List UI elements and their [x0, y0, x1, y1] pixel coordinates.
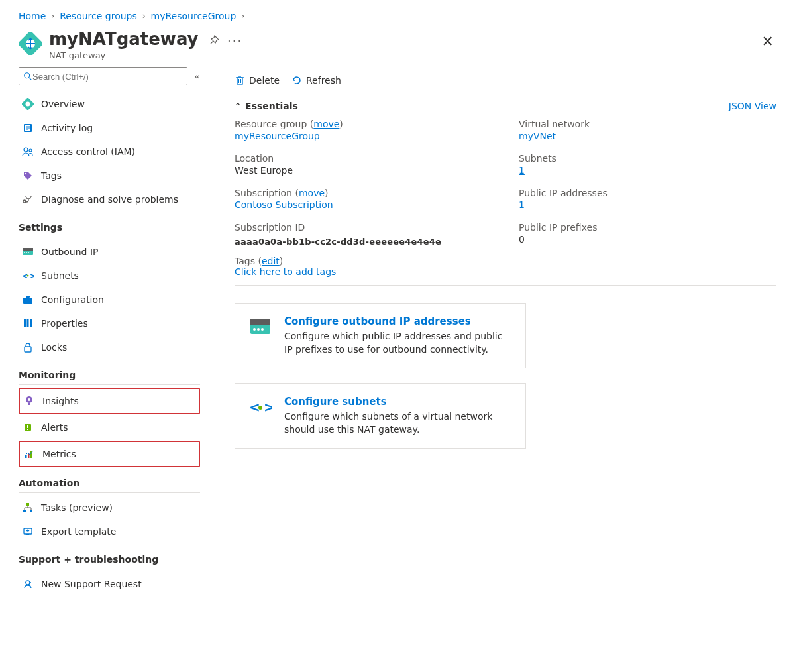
- delete-button[interactable]: Delete: [235, 75, 280, 85]
- field-value: aaaa0a0a-bb1b-cc2c-dd3d-eeeeee4e4e4e: [235, 237, 492, 247]
- sidebar-item-label: Access control (IAM): [41, 146, 135, 157]
- alerts-icon: [21, 421, 34, 434]
- svg-rect-28: [25, 347, 31, 352]
- page-title: myNATgateway: [49, 29, 199, 49]
- svg-point-13: [25, 173, 26, 174]
- subnets-icon: <>: [21, 269, 34, 282]
- field-value[interactable]: 1: [519, 165, 776, 176]
- field-value[interactable]: Contoso Subscription: [235, 199, 492, 210]
- sidebar-item-alerts[interactable]: Alerts: [19, 416, 200, 439]
- essentials-header[interactable]: ⌃ Essentials JSON View: [235, 93, 776, 119]
- field-value[interactable]: 1: [519, 199, 776, 210]
- tags-add-link[interactable]: Click here to add tags: [235, 266, 336, 277]
- json-view-link[interactable]: JSON View: [729, 101, 776, 111]
- breadcrumb-home[interactable]: Home: [19, 11, 46, 21]
- sidebar-item-activity-log[interactable]: Activity log: [19, 116, 200, 140]
- field-location: Location West Europe: [235, 153, 492, 176]
- svg-rect-16: [23, 248, 33, 251]
- sidebar-item-label: Overview: [41, 99, 85, 109]
- sidebar-item-tags[interactable]: Tags: [19, 164, 200, 188]
- field-label: Subscription ID: [235, 222, 492, 233]
- field-subscription-id: Subscription ID aaaa0a0a-bb1b-cc2c-dd3d-…: [235, 222, 492, 247]
- breadcrumb-rg-name[interactable]: myResourceGroup: [151, 11, 237, 21]
- field-value[interactable]: myVNet: [519, 131, 776, 141]
- refresh-button[interactable]: Refresh: [292, 75, 341, 85]
- card-title[interactable]: Configure subnets: [284, 396, 512, 408]
- svg-point-55: [258, 406, 262, 410]
- card-description: Configure which subnets of a virtual net…: [284, 410, 512, 436]
- field-label: Virtual network: [519, 119, 776, 129]
- sidebar-item-subnets[interactable]: <> Subnets: [19, 264, 200, 288]
- sidebar-item-new-support[interactable]: New Support Request: [19, 572, 200, 596]
- delete-icon: [235, 75, 245, 85]
- sidebar-item-insights[interactable]: Insights: [20, 389, 199, 413]
- search-input[interactable]: [32, 72, 183, 82]
- close-button[interactable]: ✕: [762, 33, 774, 50]
- svg-point-17: [24, 252, 25, 253]
- sidebar-item-label: New Support Request: [41, 579, 142, 589]
- svg-rect-42: [26, 534, 29, 535]
- page-subtitle: NAT gateway: [49, 50, 199, 60]
- more-icon[interactable]: ···: [229, 34, 241, 46]
- nat-gateway-icon: [19, 32, 42, 56]
- chevron-up-icon: ⌃: [235, 101, 241, 111]
- svg-rect-30: [28, 403, 30, 405]
- essentials-title: Essentials: [245, 101, 298, 111]
- field-subnets: Subnets 1: [519, 153, 776, 176]
- breadcrumb: Home › Resource groups › myResourceGroup…: [0, 0, 795, 28]
- outbound-ip-icon: [21, 245, 34, 258]
- sidebar-item-outbound-ip[interactable]: Outbound IP: [19, 240, 200, 264]
- card-description: Configure which public IP addresses and …: [284, 330, 512, 356]
- sidebar-item-label: Export template: [41, 526, 116, 537]
- card-configure-subnets[interactable]: <> Configure subnets Configure which sub…: [235, 383, 526, 449]
- card-configure-outbound-ip[interactable]: Configure outbound IP addresses Configur…: [235, 303, 526, 368]
- overview-cards: Configure outbound IP addresses Configur…: [235, 303, 776, 449]
- field-public-ip-addresses: Public IP addresses 1: [519, 188, 776, 210]
- field-virtual-network: Virtual network myVNet: [519, 119, 776, 141]
- tags-row: Tags (edit) Click here to add tags: [235, 256, 776, 286]
- pin-icon[interactable]: [208, 34, 220, 46]
- delete-label: Delete: [249, 75, 280, 85]
- move-link[interactable]: move: [299, 188, 325, 198]
- sidebar-item-overview[interactable]: Overview: [19, 92, 200, 116]
- collapse-sidebar-icon[interactable]: «: [194, 71, 200, 82]
- sidebar-item-label: Tags: [41, 170, 62, 181]
- svg-point-5: [26, 102, 30, 107]
- svg-rect-26: [27, 319, 29, 327]
- sidebar-item-tasks[interactable]: Tasks (preview): [19, 496, 200, 520]
- page-header: myNATgateway NAT gateway ··· ✕: [0, 28, 795, 64]
- move-link[interactable]: move: [313, 119, 339, 129]
- sidebar-item-properties[interactable]: Properties: [19, 311, 200, 335]
- sidebar-item-locks[interactable]: Locks: [19, 335, 200, 359]
- field-label: Resource group: [235, 119, 307, 129]
- sidebar-item-diagnose[interactable]: Diagnose and solve problems: [19, 188, 200, 211]
- chevron-right-icon: ›: [241, 11, 244, 21]
- field-public-ip-prefixes: Public IP prefixes 0: [519, 222, 776, 247]
- essentials-grid: Resource group (move) myResourceGroup Vi…: [235, 119, 776, 247]
- nat-gateway-icon: [21, 97, 34, 111]
- sidebar-item-label: Alerts: [41, 422, 68, 433]
- field-value[interactable]: myResourceGroup: [235, 131, 492, 141]
- svg-rect-27: [30, 319, 32, 327]
- svg-point-21: [27, 275, 29, 277]
- toolbar: Delete Refresh: [235, 67, 776, 93]
- sidebar-item-access-control[interactable]: Access control (IAM): [19, 140, 200, 164]
- sidebar-section-automation: Automation: [19, 478, 200, 493]
- sidebar-item-label: Diagnose and solve problems: [41, 194, 178, 205]
- field-label: Subnets: [519, 153, 776, 164]
- svg-text:>: >: [30, 272, 34, 280]
- sidebar-item-export-template[interactable]: Export template: [19, 520, 200, 543]
- svg-rect-44: [237, 78, 242, 84]
- tags-edit-link[interactable]: edit: [262, 256, 280, 266]
- sidebar: « Overview Activity log Access control (…: [19, 67, 211, 596]
- svg-point-19: [28, 252, 29, 253]
- tags-icon: [21, 169, 34, 182]
- breadcrumb-resource-groups[interactable]: Resource groups: [60, 11, 137, 21]
- sidebar-item-configuration[interactable]: Configuration: [19, 288, 200, 311]
- svg-rect-38: [26, 503, 29, 506]
- card-title[interactable]: Configure outbound IP addresses: [284, 315, 512, 327]
- svg-rect-40: [30, 510, 32, 512]
- sidebar-item-metrics[interactable]: Metrics: [20, 442, 199, 466]
- sidebar-section-support: Support + troubleshooting: [19, 554, 200, 569]
- svg-text:>: >: [264, 400, 272, 415]
